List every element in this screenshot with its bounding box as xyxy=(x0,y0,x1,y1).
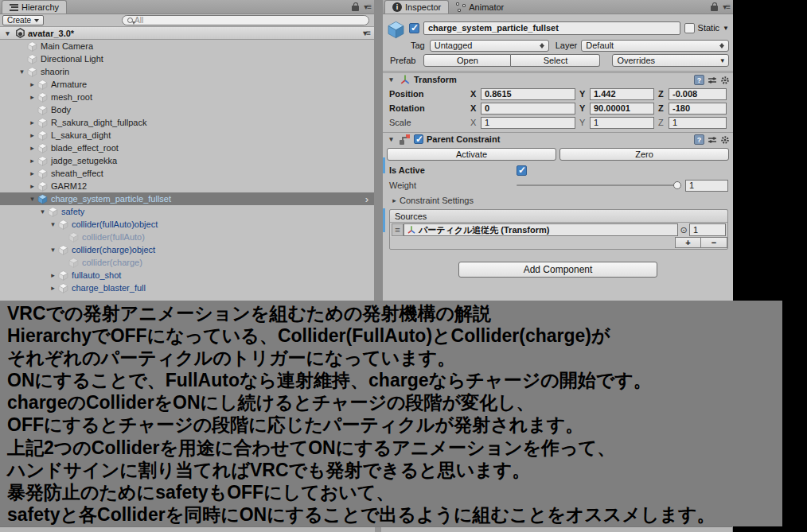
prefab-overrides-dropdown[interactable]: Overrides ▾ xyxy=(612,54,729,67)
drag-handle-icon[interactable]: = xyxy=(392,223,404,236)
foldout-closed-icon[interactable]: ▸ xyxy=(27,157,37,165)
hierarchy-item[interactable]: ▸charge_blaster_full xyxy=(0,282,374,294)
position-x-field[interactable]: 0.8615 xyxy=(481,88,575,100)
create-button[interactable]: Create xyxy=(2,15,44,25)
hierarchy-item[interactable]: Main Camera xyxy=(0,40,374,52)
tab-inspector[interactable]: i Inspector xyxy=(384,0,449,14)
foldout-open-icon[interactable]: ▾ xyxy=(386,76,396,83)
prefab-chevron-icon[interactable]: › xyxy=(365,193,368,205)
scene-menu-icon[interactable]: ▾≡ xyxy=(363,29,370,37)
foldout-closed-icon[interactable]: ▸ xyxy=(389,196,400,204)
prefab-select-button[interactable]: Select xyxy=(511,54,600,67)
active-checkbox[interactable] xyxy=(409,23,419,33)
transform-header[interactable]: ▾ Transform ? xyxy=(383,72,733,86)
hierarchy-item[interactable]: ▸R_sakura_dight_fullpack xyxy=(0,116,374,129)
panel-menu-icon[interactable]: ▾≡ xyxy=(723,2,730,11)
scale-y-field[interactable]: 1 xyxy=(590,117,654,129)
is-active-checkbox[interactable] xyxy=(517,165,527,176)
tag-dropdown[interactable]: Untagged xyxy=(430,40,549,52)
hierarchy-item[interactable]: collider(charge) xyxy=(0,256,374,269)
hierarchy-item[interactable]: ▸fullauto_shot xyxy=(0,269,374,282)
component-enabled-checkbox[interactable] xyxy=(414,134,423,144)
object-picker-icon[interactable]: ⊙ xyxy=(678,225,689,235)
hierarchy-item[interactable]: ▸L_sakura_dight xyxy=(0,129,374,142)
foldout-open-icon[interactable]: ▾ xyxy=(48,246,58,254)
presets-icon[interactable] xyxy=(708,76,717,85)
hierarchy-item[interactable]: ▸GARM12 xyxy=(0,180,374,192)
source-item-row[interactable]: = パーティクル追従先 (Transform) ⊙ 1 xyxy=(390,223,727,237)
tab-animator[interactable]: Animator xyxy=(449,0,511,14)
foldout-closed-icon[interactable]: ▸ xyxy=(27,80,37,88)
foldout-closed-icon[interactable]: ▸ xyxy=(27,144,37,152)
foldout-open-icon[interactable]: ▾ xyxy=(386,135,396,143)
hierarchy-item[interactable]: collider(fullAuto) xyxy=(0,231,374,243)
position-y-field[interactable]: 1.442 xyxy=(590,88,654,100)
prefab-open-button[interactable]: Open xyxy=(423,54,511,67)
hierarchy-item-label: sheath_effect xyxy=(51,169,103,178)
layer-dropdown[interactable]: Default xyxy=(581,40,729,52)
foldout-open-icon[interactable]: ▾ xyxy=(27,195,37,203)
scale-x-field[interactable]: 1 xyxy=(481,117,575,129)
foldout-open-icon[interactable]: ▾ xyxy=(37,208,48,216)
source-weight-field[interactable]: 1 xyxy=(689,223,726,236)
foldout-closed-icon[interactable]: ▸ xyxy=(48,284,58,292)
zero-button[interactable]: Zero xyxy=(559,148,729,161)
help-icon[interactable]: ? xyxy=(694,75,704,85)
hierarchy-item[interactable]: ▸jadge_setugekka xyxy=(0,154,374,167)
foldout-closed-icon[interactable]: ▸ xyxy=(27,118,37,126)
rotation-z-field[interactable]: -180 xyxy=(669,103,727,115)
hierarchy-item[interactable]: ▸sheath_effect xyxy=(0,167,374,180)
tab-hierarchy[interactable]: Hierarchy xyxy=(2,0,67,14)
hierarchy-item[interactable]: ▸blade_effect_root xyxy=(0,142,374,154)
cube-icon xyxy=(37,156,48,166)
weight-value-field[interactable]: 1 xyxy=(685,180,728,192)
foldout-open-icon[interactable]: ▾ xyxy=(48,220,58,228)
hierarchy-item[interactable]: Body xyxy=(0,103,374,116)
rotation-x-field[interactable]: 0 xyxy=(481,103,575,115)
hierarchy-item[interactable]: ▾safety xyxy=(0,205,374,218)
foldout-open-icon[interactable]: ▾ xyxy=(2,29,13,37)
source-object-field[interactable]: パーティクル追従先 (Transform) xyxy=(404,223,678,236)
cube-icon xyxy=(37,130,48,141)
foldout-closed-icon[interactable]: ▸ xyxy=(27,131,37,139)
gear-icon[interactable] xyxy=(720,135,730,145)
presets-icon[interactable] xyxy=(708,135,717,145)
foldout-closed-icon[interactable]: ▸ xyxy=(27,182,37,190)
search-input[interactable]: All xyxy=(122,15,369,25)
sources-list: Sources = パーティクル追従先 (Transform) ⊙ 1 + − xyxy=(389,209,728,250)
panel-menu-icon[interactable]: ▾≡ xyxy=(364,2,371,11)
layer-label: Layer xyxy=(556,41,578,50)
gameobject-name-field[interactable]: charge_system_particle_fullset xyxy=(423,21,680,35)
slider-handle[interactable] xyxy=(673,181,681,189)
hierarchy-item[interactable]: ▸mesh_root xyxy=(0,91,374,103)
foldout-open-icon[interactable]: ▾ xyxy=(17,68,27,76)
lock-icon[interactable] xyxy=(352,6,359,11)
parent-constraint-header[interactable]: ▾ Parent Constraint ? xyxy=(383,132,733,146)
add-component-button[interactable]: Add Component xyxy=(458,262,657,278)
foldout-closed-icon[interactable]: ▸ xyxy=(48,271,58,279)
gear-icon[interactable] xyxy=(720,76,730,85)
foldout-closed-icon[interactable]: ▸ xyxy=(27,93,37,101)
static-dropdown-icon[interactable]: ▼ xyxy=(723,25,729,32)
hierarchy-item[interactable]: Directional Light xyxy=(0,52,374,65)
hierarchy-item[interactable]: ▾charge_system_particle_fullset› xyxy=(0,192,374,205)
parent-constraint-title: Parent Constraint xyxy=(427,134,500,144)
weight-slider[interactable] xyxy=(517,180,680,191)
rotation-y-field[interactable]: 90.00001 xyxy=(590,103,654,115)
static-checkbox[interactable] xyxy=(684,23,695,33)
constraint-settings-foldout[interactable]: ▸ Constraint Settings xyxy=(389,194,728,207)
hierarchy-item[interactable]: ▾collider(fullAuto)object xyxy=(0,218,374,231)
scene-header-row[interactable]: ▾ avatar_3.0* ▾≡ xyxy=(0,27,374,40)
lock-icon[interactable] xyxy=(711,6,718,11)
hierarchy-item[interactable]: ▸Armature xyxy=(0,78,374,91)
hierarchy-item[interactable]: ▾collider(charge)object xyxy=(0,243,374,256)
activate-button[interactable]: Activate xyxy=(387,148,556,161)
hierarchy-item[interactable]: ▾shaorin xyxy=(0,65,374,78)
position-z-field[interactable]: -0.008 xyxy=(669,88,727,100)
add-source-button[interactable]: + xyxy=(675,237,701,248)
foldout-closed-icon[interactable]: ▸ xyxy=(27,169,37,177)
remove-source-button[interactable]: − xyxy=(701,237,727,248)
help-icon[interactable]: ? xyxy=(694,134,704,145)
hierarchy-item-label: jadge_setugekka xyxy=(51,156,117,165)
scale-z-field[interactable]: 1 xyxy=(669,117,727,129)
